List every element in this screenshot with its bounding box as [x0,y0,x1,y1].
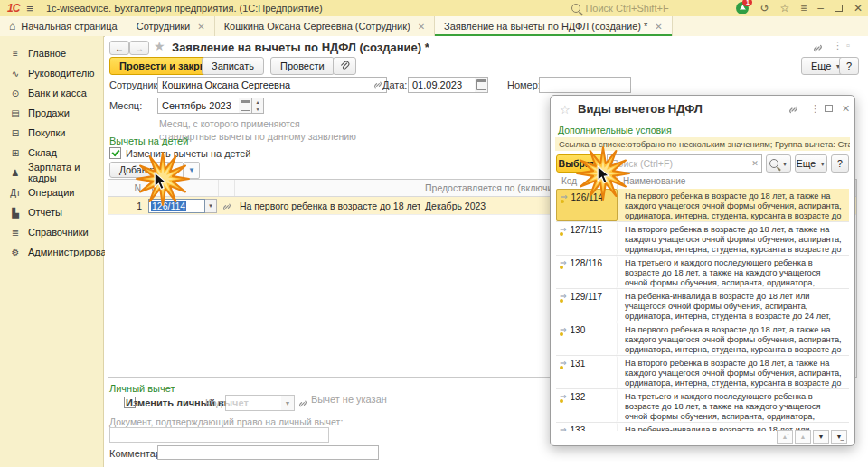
favorite-star-icon[interactable]: ★ [154,39,165,53]
deduction-code: 127/115 [571,225,602,235]
open-link-icon[interactable] [373,80,382,89]
help-button[interactable]: ? [839,57,859,75]
tab[interactable]: ⌂ Начальная страница ✕ [0,16,127,36]
deduction-type-row[interactable]: ⇒ 128/116 На третьего и каждого последую… [556,256,849,289]
tab-label: Начальная страница [21,21,117,32]
month-label: Месяц: [109,100,142,111]
list-item-icon: ⇒ [560,292,567,301]
history-icon[interactable]: ↺ [760,0,769,16]
close-icon[interactable]: ✕ [842,103,850,115]
tab[interactable]: ⌂ Сотрудники ✕ [127,16,215,36]
clear-search-icon[interactable]: ✕ [749,159,761,168]
sidebar-item[interactable]: ▙ Отчеты [0,202,103,222]
move-down-button[interactable]: ▼ [184,162,200,179]
tab-close-icon[interactable]: ✕ [197,22,204,32]
collapse-icon[interactable]: ▫ [846,40,850,51]
deduction-code-input[interactable]: 126/114 [148,199,205,213]
sidebar-item[interactable]: ▤ Продажи [0,103,103,123]
minimize-button[interactable]: – [817,0,824,16]
number-label: Номер: [507,79,541,90]
tab-close-icon[interactable]: ✕ [418,22,425,32]
home-icon: ⌂ [9,20,15,33]
back-button[interactable]: ← [109,41,129,55]
list-item-icon: ⇒ [560,258,567,267]
service-menu-icon[interactable]: ≡ [800,0,807,16]
deduction-code: 131 [571,359,586,369]
sidebar-item-label: Главное [28,48,66,59]
deduction-type-row[interactable]: ⇒ 131 На второго ребенка в возрасте до 1… [556,356,849,389]
move-up-button[interactable]: ▲ [167,162,184,179]
tab[interactable]: ⌂ Заявление на вычеты по НДФЛ (создание)… [435,16,673,36]
deduction-types-dialog: ☆ Виды вычетов НДФЛ ⋮ ✕ Дополнительные у… [550,95,855,446]
sidebar-item[interactable]: ⊙ Банк и касса [0,83,103,103]
calendar-icon[interactable] [239,98,252,114]
get-link-icon[interactable] [813,42,823,53]
save-button[interactable]: Записать [202,57,264,75]
maximize-icon[interactable] [825,103,833,114]
sidebar-item[interactable]: Дт Операции [0,182,103,202]
go-first-button[interactable]: ▲̄ [777,430,793,444]
deduction-name: На второго ребенка в возрасте до 18 лет,… [618,356,849,388]
tab-close-icon[interactable]: ✕ [655,22,662,32]
notifications-icon[interactable]: 1 [736,2,749,14]
comment-input[interactable] [157,445,379,460]
deduction-type-row[interactable]: ⇒ 132 На третьего и каждого последующего… [556,389,849,423]
go-last-button[interactable]: ▼̲ [831,430,847,444]
sales-icon: ▤ [9,108,22,118]
number-input[interactable] [539,77,631,93]
popup-more-button[interactable]: Еще▼ [795,154,827,173]
forward-button[interactable]: → [129,41,149,55]
additional-conditions-link[interactable]: Дополнительные условия [558,125,672,135]
go-prev-button[interactable]: ▲ [795,430,811,444]
main-menu-icon[interactable]: ≡ [26,2,33,15]
tab[interactable]: ⌂ Кошкина Оксана Сергеевна (Сотрудник) ✕ [215,16,435,36]
change-children-checkbox[interactable] [109,147,121,159]
sidebar-item-label: Руководителю [28,68,94,79]
deduction-type-row[interactable]: ⇒ 130 На первого ребенка в возрасте до 1… [556,322,849,356]
sidebar-item[interactable]: ∿ Руководителю [0,63,103,83]
deduction-type-row[interactable]: ⇒ 126/114 На первого ребенка в возрасте … [556,189,849,222]
popup-search-field[interactable]: ✕ [607,154,762,173]
deduction-type-row[interactable]: ⇒ 127/115 На второго ребенка в возрасте … [556,222,849,256]
form-more-icon[interactable]: ⋮ [833,40,843,51]
search-options-button[interactable]: ▼ [766,154,791,173]
popup-help-button[interactable]: ? [831,154,849,173]
sidebar-item[interactable]: ≣ Справочники [0,222,103,242]
select-button[interactable]: Выбрать [556,154,603,173]
dialog-more-icon[interactable]: ⋮ [810,103,820,115]
deduction-name: На второго ребенка в возрасте до 18 лет,… [618,222,849,255]
attachments-button[interactable] [333,57,356,75]
favorites-icon[interactable]: ☆ [779,0,789,16]
sidebar-item[interactable]: ⊞ Склад [0,143,103,163]
go-next-button[interactable]: ▼ [813,430,829,444]
sidebar-item[interactable]: ⊟ Покупки [0,123,103,143]
personal-code-label: Код: [205,397,225,408]
add-row-button[interactable]: Добавить [109,162,171,178]
open-link-icon[interactable] [298,397,307,408]
chart-icon: ∿ [9,69,22,79]
maximize-button[interactable] [835,5,843,12]
deduction-type-row[interactable]: ⇒ 129/117 На ребенка-инвалида в возрасте… [556,289,849,322]
date-field[interactable]: 01.09.2023 [408,77,488,93]
month-hint: Месяц, с которого применяются стандартны… [159,117,356,143]
post-button[interactable]: Провести [270,57,335,75]
sidebar-item[interactable]: ≡ Главное [0,43,103,63]
get-link-icon[interactable] [788,103,798,115]
calendar-icon[interactable] [475,77,488,93]
personal-code-field[interactable]: ▼ [225,395,295,411]
month-field[interactable]: Сентябрь 2023 ▲▼ [157,98,264,114]
close-button[interactable]: ✕ [854,0,863,16]
title-bar: 1С ≡ 1c-wiseadvice. Бухгалтерия предприя… [0,0,868,17]
sidebar-item[interactable]: ♟ Зарплата и кадры [0,163,103,182]
favorite-star-icon[interactable]: ☆ [560,103,571,117]
dropdown-icon[interactable]: ▼ [281,395,295,411]
sidebar-item[interactable]: ⚙ Администрирование [0,242,103,262]
open-item-icon[interactable] [219,200,235,210]
dropdown-icon[interactable]: ▼ [205,199,217,213]
document-input[interactable] [109,427,329,443]
employee-field[interactable]: Кошкина Оксана Сергеевна [157,77,387,93]
bank-icon: ⊙ [9,89,22,98]
global-search[interactable]: Поиск Ctrl+Shift+F [571,3,725,14]
popup-search-input[interactable] [608,158,749,169]
month-stepper[interactable]: ▲▼ [252,98,264,114]
